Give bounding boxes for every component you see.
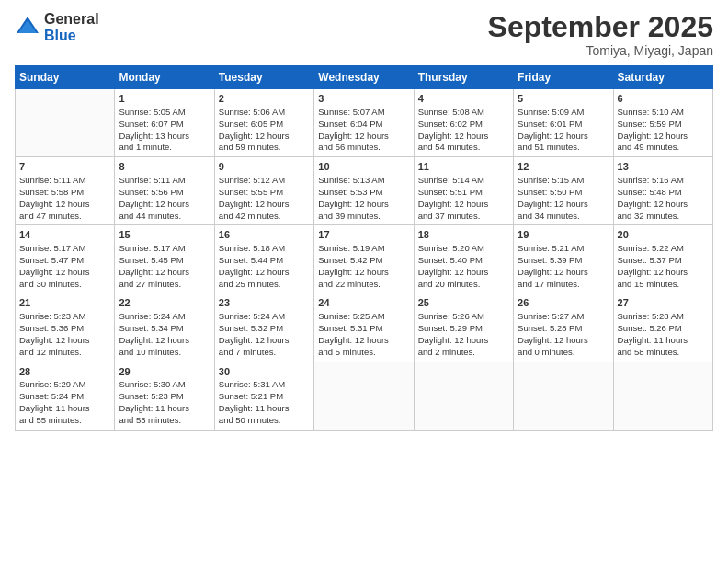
day-number: 6 xyxy=(618,92,709,106)
day-number: 27 xyxy=(618,296,709,310)
day-info-line: Sunset: 5:50 PM xyxy=(518,187,609,199)
day-number: 8 xyxy=(119,160,210,174)
day-info-line: Daylight: 11 hours xyxy=(119,403,210,415)
day-info-line: Sunrise: 5:14 AM xyxy=(418,175,509,187)
calendar-cell: 4Sunrise: 5:08 AMSunset: 6:02 PMDaylight… xyxy=(414,89,513,157)
day-number: 15 xyxy=(119,228,210,242)
day-info-line: and 22 minutes. xyxy=(318,279,409,291)
calendar-cell xyxy=(613,362,712,430)
day-info-line: Sunset: 5:31 PM xyxy=(318,323,409,335)
calendar-cell: 16Sunrise: 5:18 AMSunset: 5:44 PMDayligh… xyxy=(214,225,313,293)
day-info-line: Sunrise: 5:31 AM xyxy=(219,379,310,391)
day-number: 12 xyxy=(518,160,609,174)
col-header-tuesday: Tuesday xyxy=(214,66,313,89)
day-number: 20 xyxy=(618,228,709,242)
logo-blue: Blue xyxy=(44,28,76,43)
day-info-line: Sunrise: 5:13 AM xyxy=(318,175,409,187)
day-number: 19 xyxy=(518,228,609,242)
calendar-cell: 22Sunrise: 5:24 AMSunset: 5:34 PMDayligh… xyxy=(115,293,214,362)
col-header-wednesday: Wednesday xyxy=(314,66,414,89)
day-info-line: Sunset: 6:04 PM xyxy=(318,119,409,131)
day-info-line: Sunset: 5:55 PM xyxy=(219,187,310,199)
day-info-line: and 53 minutes. xyxy=(119,415,210,427)
day-info-line: and 42 minutes. xyxy=(219,211,310,223)
day-info-line: and 39 minutes. xyxy=(318,211,409,223)
day-info-line: Sunrise: 5:06 AM xyxy=(219,107,310,119)
day-info-line: Sunrise: 5:07 AM xyxy=(318,107,409,119)
day-info-line: Daylight: 12 hours xyxy=(518,335,609,347)
day-number: 28 xyxy=(19,365,110,379)
day-info-line: and 17 minutes. xyxy=(518,279,609,291)
logo-text: General Blue xyxy=(44,11,99,43)
day-info-line: Sunrise: 5:15 AM xyxy=(518,175,609,187)
day-info-line: Sunset: 5:29 PM xyxy=(418,323,509,335)
day-info-line: Sunrise: 5:11 AM xyxy=(19,175,110,187)
calendar-cell: 5Sunrise: 5:09 AMSunset: 6:01 PMDaylight… xyxy=(514,89,613,157)
day-number: 21 xyxy=(19,296,110,310)
calendar-cell: 2Sunrise: 5:06 AMSunset: 6:05 PMDaylight… xyxy=(214,89,313,157)
day-info-line: Sunrise: 5:16 AM xyxy=(618,175,709,187)
day-number: 7 xyxy=(19,160,110,174)
day-info-line: and 47 minutes. xyxy=(19,211,110,223)
day-info-line: and 49 minutes. xyxy=(618,142,709,154)
day-info-line: Sunrise: 5:18 AM xyxy=(219,243,310,255)
day-info-line: Sunset: 5:48 PM xyxy=(618,187,709,199)
day-number: 2 xyxy=(219,92,310,106)
day-number: 30 xyxy=(219,365,310,379)
day-info-line: and 50 minutes. xyxy=(219,415,310,427)
day-info-line: Daylight: 12 hours xyxy=(518,267,609,279)
day-number: 17 xyxy=(318,228,409,242)
day-number: 13 xyxy=(618,160,709,174)
day-info-line: and 15 minutes. xyxy=(618,279,709,291)
day-info-line: Daylight: 12 hours xyxy=(119,199,210,211)
day-info-line: Daylight: 12 hours xyxy=(418,267,509,279)
day-info-line: Sunrise: 5:28 AM xyxy=(618,311,709,323)
calendar-cell: 7Sunrise: 5:11 AMSunset: 5:58 PMDaylight… xyxy=(16,157,115,225)
day-number: 3 xyxy=(318,92,409,106)
calendar-cell: 20Sunrise: 5:22 AMSunset: 5:37 PMDayligh… xyxy=(613,225,712,293)
day-info-line: and 32 minutes. xyxy=(618,211,709,223)
day-info-line: and 56 minutes. xyxy=(318,142,409,154)
day-info-line: Sunset: 5:23 PM xyxy=(119,391,210,403)
day-info-line: and 54 minutes. xyxy=(418,142,509,154)
day-info-line: Sunrise: 5:25 AM xyxy=(318,311,409,323)
day-info-line: Daylight: 12 hours xyxy=(318,335,409,347)
day-info-line: Sunset: 5:26 PM xyxy=(618,323,709,335)
month-title: September 2025 xyxy=(488,11,713,43)
col-header-saturday: Saturday xyxy=(613,66,712,89)
day-info-line: Sunrise: 5:29 AM xyxy=(19,379,110,391)
day-info-line: Daylight: 12 hours xyxy=(219,199,310,211)
day-info-line: Sunset: 5:21 PM xyxy=(219,391,310,403)
calendar-cell xyxy=(314,362,414,430)
day-info-line: Daylight: 11 hours xyxy=(19,403,110,415)
day-info-line: and 10 minutes. xyxy=(119,347,210,359)
day-info-line: Sunrise: 5:09 AM xyxy=(518,107,609,119)
day-info-line: Daylight: 12 hours xyxy=(219,267,310,279)
day-info-line: Daylight: 12 hours xyxy=(119,335,210,347)
calendar-cell: 3Sunrise: 5:07 AMSunset: 6:04 PMDaylight… xyxy=(314,89,414,157)
day-info-line: Daylight: 12 hours xyxy=(618,131,709,143)
day-info-line: Sunrise: 5:19 AM xyxy=(318,243,409,255)
day-info-line: Daylight: 12 hours xyxy=(618,267,709,279)
calendar-body: 1Sunrise: 5:05 AMSunset: 6:07 PMDaylight… xyxy=(16,89,713,430)
day-info-line: Daylight: 12 hours xyxy=(518,199,609,211)
day-info-line: Sunset: 5:34 PM xyxy=(119,323,210,335)
day-info-line: Sunset: 5:56 PM xyxy=(119,187,210,199)
day-info-line: Sunrise: 5:08 AM xyxy=(418,107,509,119)
calendar-cell: 23Sunrise: 5:24 AMSunset: 5:32 PMDayligh… xyxy=(214,293,313,362)
day-info-line: Daylight: 12 hours xyxy=(318,131,409,143)
calendar-header-row: SundayMondayTuesdayWednesdayThursdayFrid… xyxy=(16,66,713,89)
calendar-week-row: 14Sunrise: 5:17 AMSunset: 5:47 PMDayligh… xyxy=(16,225,713,293)
col-header-monday: Monday xyxy=(115,66,214,89)
day-info-line: and 51 minutes. xyxy=(518,142,609,154)
day-info-line: Sunrise: 5:20 AM xyxy=(418,243,509,255)
day-number: 9 xyxy=(219,160,310,174)
day-number: 22 xyxy=(119,296,210,310)
day-info-line: Sunset: 5:42 PM xyxy=(318,255,409,267)
calendar-cell: 10Sunrise: 5:13 AMSunset: 5:53 PMDayligh… xyxy=(314,157,414,225)
calendar-cell: 21Sunrise: 5:23 AMSunset: 5:36 PMDayligh… xyxy=(16,293,115,362)
calendar-cell: 26Sunrise: 5:27 AMSunset: 5:28 PMDayligh… xyxy=(514,293,613,362)
day-info-line: and 55 minutes. xyxy=(19,415,110,427)
calendar-cell: 24Sunrise: 5:25 AMSunset: 5:31 PMDayligh… xyxy=(314,293,414,362)
day-info-line: and 58 minutes. xyxy=(618,347,709,359)
